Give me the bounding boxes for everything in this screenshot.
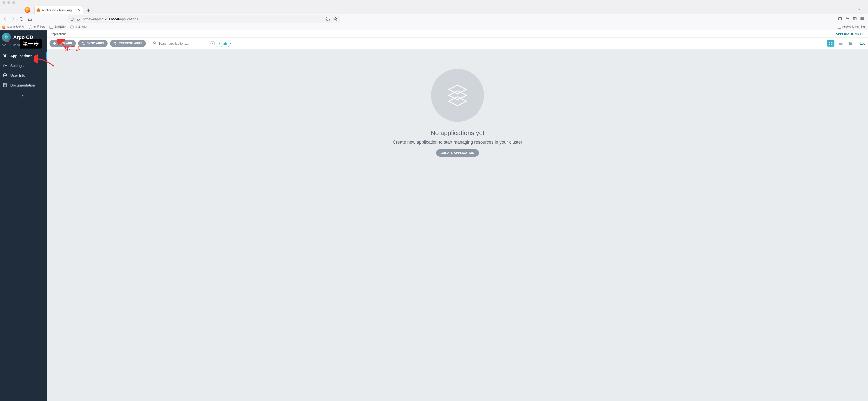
firefox-icon: [2, 26, 5, 29]
kbd-hint: /: [211, 41, 215, 45]
sidebar-item-label: Applications: [10, 54, 32, 58]
button-label: SYNC APPS: [87, 42, 104, 45]
bookmark-item[interactable]: 移动设备上的书签: [838, 25, 866, 29]
gear-icon: [2, 63, 7, 68]
bookmark-item[interactable]: 火狐官方站点: [2, 25, 24, 29]
mac-close-button[interactable]: [2, 1, 5, 4]
browser-tab[interactable]: Applications Tiles - Argo CD: [34, 6, 83, 14]
sidebar-item-label: Settings: [10, 63, 24, 68]
sidebar-header: Argo CD: [0, 32, 47, 42]
content-area: No applications yet Create new applicati…: [47, 49, 868, 401]
svg-line-35: [155, 43, 156, 44]
button-label: CREATE APPLICATION: [441, 151, 474, 155]
nav-forward-icon[interactable]: [11, 17, 16, 22]
svg-marker-44: [449, 91, 466, 100]
refresh-icon: [114, 42, 117, 45]
sidebar-toggle-icon[interactable]: [853, 17, 857, 22]
qr-icon[interactable]: [327, 17, 330, 21]
search-input[interactable]: [158, 42, 209, 45]
hamburger-menu-icon[interactable]: [860, 17, 864, 22]
refresh-apps-button[interactable]: REFRESH APPS: [110, 40, 146, 47]
app-title: Argo CD: [13, 35, 33, 40]
svg-rect-9: [329, 17, 330, 18]
new-app-button[interactable]: NEW APP: [50, 40, 76, 47]
browser-tabstrip: Applications Tiles - Argo CD: [0, 5, 868, 14]
mac-minimize-button[interactable]: [7, 1, 10, 4]
svg-marker-13: [334, 17, 337, 20]
svg-rect-7: [78, 19, 80, 20]
bookmark-item[interactable]: 新手上路: [29, 25, 45, 29]
empty-subtitle: Create new application to start managing…: [381, 140, 533, 145]
sync-apps-button[interactable]: SYNC APPS: [78, 40, 108, 47]
sidebar: Argo CD v2.5.3+0c7de21 Applications Sett…: [0, 30, 47, 401]
folder-icon: [50, 26, 53, 29]
svg-rect-38: [829, 44, 830, 45]
nav-back-icon[interactable]: [2, 17, 7, 22]
url-bar[interactable]: https://argocd.k8s.local/applications: [68, 16, 340, 23]
mac-zoom-button[interactable]: [12, 1, 15, 4]
layers-icon: [2, 53, 7, 58]
empty-illustration-icon: [431, 69, 484, 122]
main-panel: Applications APPLICATIONS TIL NEW APP SY…: [47, 30, 868, 401]
button-label: REFRESH APPS: [119, 42, 143, 45]
view-list-button[interactable]: [837, 40, 844, 47]
view-switcher: Log: [827, 40, 866, 47]
tabs-overflow-icon[interactable]: [857, 7, 861, 12]
search-icon: [153, 41, 156, 45]
empty-state: No applications yet Create new applicati…: [381, 69, 533, 157]
undo-icon[interactable]: [845, 17, 849, 22]
tab-close-icon[interactable]: [77, 8, 81, 12]
breadcrumb: Applications: [51, 32, 66, 36]
view-mode-label[interactable]: APPLICATIONS TIL: [836, 32, 865, 36]
sidebar-item-settings[interactable]: Settings: [0, 61, 47, 70]
tracking-shield-icon[interactable]: [70, 17, 74, 21]
svg-rect-15: [853, 18, 856, 20]
screenshot-icon[interactable]: [838, 17, 842, 22]
mobile-folder-icon: [838, 26, 841, 29]
sidebar-collapse-button[interactable]: [0, 91, 47, 101]
sidebar-item-applications[interactable]: Applications: [0, 51, 47, 61]
svg-point-2: [39, 10, 39, 10]
view-pie-button[interactable]: [847, 40, 854, 47]
svg-marker-43: [449, 97, 466, 106]
bookmark-star-icon[interactable]: [333, 17, 337, 21]
log-link[interactable]: Log: [860, 41, 866, 45]
breadcrumb-row: Applications APPLICATIONS TIL: [47, 30, 868, 38]
svg-rect-8: [327, 17, 328, 18]
nav-home-icon[interactable]: [27, 17, 32, 22]
sidebar-item-label: User Info: [10, 73, 25, 78]
document-icon: [2, 83, 7, 88]
search-apps-field[interactable]: /: [151, 40, 217, 47]
lock-icon[interactable]: [76, 17, 81, 21]
sync-icon: [82, 42, 85, 45]
view-tiles-button[interactable]: [827, 40, 834, 47]
svg-rect-11: [329, 19, 329, 20]
svg-point-26: [4, 74, 6, 75]
create-application-button[interactable]: CREATE APPLICATION: [436, 149, 478, 157]
bookmarks-bar: 火狐官方站点 新手上路 常用网址 京东商城 移动设备上的书签: [0, 24, 868, 30]
firefox-icon: [25, 7, 30, 13]
bars-icon: [223, 42, 227, 45]
bookmark-item[interactable]: 京东商城: [70, 25, 87, 29]
new-tab-button[interactable]: [85, 7, 92, 14]
sidebar-item-documentation[interactable]: Documentation: [0, 80, 47, 90]
svg-rect-37: [831, 42, 833, 43]
nav-reload-icon[interactable]: [19, 17, 24, 22]
globe-icon: [70, 26, 74, 29]
svg-marker-23: [3, 54, 7, 56]
macos-titlebar: [0, 0, 868, 5]
svg-point-24: [4, 65, 6, 66]
bookmark-label: 移动设备上的书签: [842, 25, 866, 29]
apps-toolbar: NEW APP SYNC APPS REFRESH APPS /: [47, 38, 868, 49]
argo-logo-icon: [2, 33, 11, 42]
filter-chip[interactable]: [219, 40, 230, 47]
sidebar-item-userinfo[interactable]: User Info: [0, 70, 47, 80]
svg-point-1: [38, 10, 38, 10]
bookmark-item[interactable]: 常用网址: [50, 25, 66, 29]
bookmark-label: 京东商城: [75, 25, 87, 29]
svg-point-22: [7, 36, 8, 37]
bookmark-label: 新手上路: [33, 25, 45, 29]
plus-icon: [53, 42, 56, 45]
url-text: https://argocd.k8s.local/applications: [83, 17, 324, 21]
svg-point-21: [5, 36, 6, 37]
